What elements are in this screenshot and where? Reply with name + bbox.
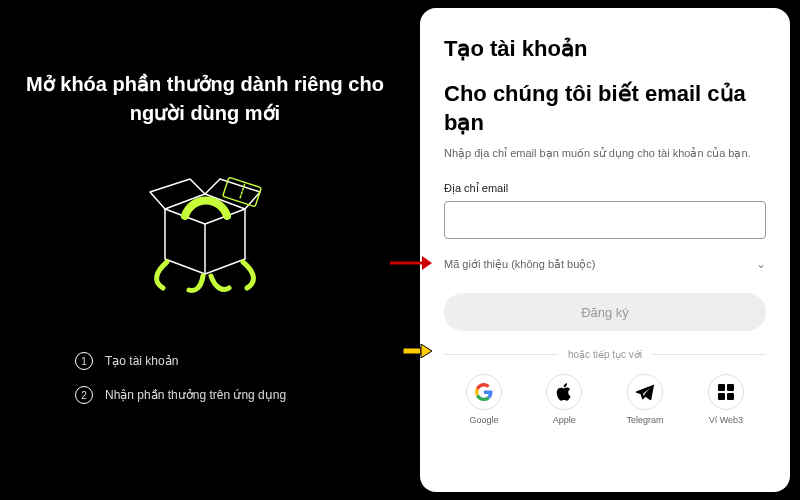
- svg-rect-8: [403, 348, 421, 354]
- card-helper-text: Nhập địa chỉ email bạn muốn sử dụng cho …: [444, 147, 766, 160]
- svg-marker-9: [421, 344, 432, 358]
- chevron-down-icon: ⌄: [756, 257, 766, 271]
- divider-line: [444, 354, 558, 355]
- svg-rect-4: [718, 393, 725, 400]
- svg-rect-2: [718, 384, 725, 391]
- social-label: Apple: [553, 415, 576, 425]
- step-label: Tạo tài khoản: [105, 354, 178, 368]
- telegram-icon: [627, 374, 663, 410]
- step-label: Nhận phần thưởng trên ứng dụng: [105, 388, 286, 402]
- social-google-button[interactable]: Google: [466, 374, 502, 425]
- gift-box-icon: [115, 154, 295, 304]
- referral-label: Mã giới thiệu (không bắt buộc): [444, 258, 596, 271]
- signup-card: Tạo tài khoản Cho chúng tôi biết email c…: [420, 8, 790, 492]
- divider-line: [652, 354, 766, 355]
- web3-wallet-icon: [708, 374, 744, 410]
- step-number: 1: [75, 352, 93, 370]
- email-input[interactable]: [444, 201, 766, 239]
- annotation-arrow-yellow: [402, 344, 432, 358]
- card-heading: Tạo tài khoản: [444, 36, 766, 62]
- promo-panel: Mở khóa phần thưởng dành riêng cho người…: [0, 0, 410, 500]
- svg-marker-7: [422, 256, 432, 270]
- email-label: Địa chỉ email: [444, 182, 766, 195]
- apple-icon: [546, 374, 582, 410]
- social-label: Telegram: [627, 415, 664, 425]
- social-web3-button[interactable]: Ví Web3: [708, 374, 744, 425]
- card-question: Cho chúng tôi biết email của bạn: [444, 80, 766, 137]
- annotation-arrow-red: [388, 254, 432, 272]
- referral-toggle[interactable]: Mã giới thiệu (không bắt buộc) ⌄: [444, 257, 766, 271]
- social-login-row: Google Apple Telegram: [444, 374, 766, 425]
- step-number: 2: [75, 386, 93, 404]
- svg-rect-5: [727, 393, 734, 400]
- signup-button[interactable]: Đăng ký: [444, 293, 766, 331]
- step-item: 1 Tạo tài khoản: [75, 352, 335, 370]
- social-telegram-button[interactable]: Telegram: [627, 374, 664, 425]
- promo-title: Mở khóa phần thưởng dành riêng cho người…: [25, 70, 385, 128]
- svg-rect-3: [727, 384, 734, 391]
- divider-text: hoặc tiếp tục với: [568, 349, 642, 360]
- google-icon: [466, 374, 502, 410]
- social-label: Google: [470, 415, 499, 425]
- onboarding-steps: 1 Tạo tài khoản 2 Nhận phần thưởng trên …: [75, 352, 335, 404]
- social-divider: hoặc tiếp tục với: [444, 349, 766, 360]
- social-apple-button[interactable]: Apple: [546, 374, 582, 425]
- social-label: Ví Web3: [709, 415, 743, 425]
- step-item: 2 Nhận phần thưởng trên ứng dụng: [75, 386, 335, 404]
